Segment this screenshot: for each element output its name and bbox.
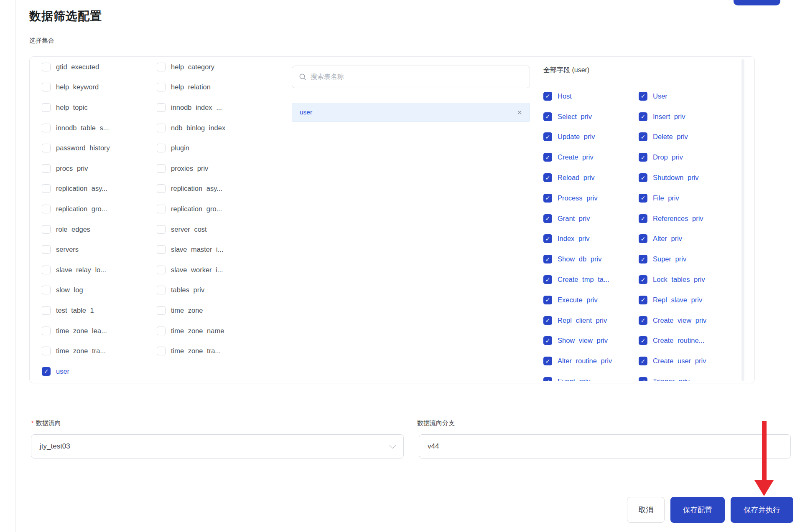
checkbox-row[interactable]: ✓Create routine...: [639, 331, 706, 351]
checkbox-checked[interactable]: ✓: [639, 296, 647, 304]
checkbox-checked[interactable]: ✓: [543, 132, 552, 141]
checkbox-row[interactable]: ✓Reload priv: [543, 167, 612, 188]
checkbox-row[interactable]: ✓Alter priv: [639, 229, 706, 249]
checkbox-row[interactable]: ✓Trigger priv: [639, 371, 706, 381]
checkbox-row[interactable]: ✓Process priv: [543, 188, 612, 208]
checkbox-row[interactable]: help topic: [42, 97, 110, 118]
checkbox-row[interactable]: ✓Insert priv: [639, 106, 706, 127]
checkbox-unchecked[interactable]: [42, 327, 51, 335]
checkbox-checked[interactable]: ✓: [543, 357, 552, 365]
checkbox-unchecked[interactable]: [42, 245, 51, 254]
checkbox-checked[interactable]: ✓: [639, 153, 647, 162]
checkbox-row[interactable]: ✓Execute priv: [543, 290, 612, 310]
checkbox-row[interactable]: ✓Create user priv: [639, 351, 706, 371]
checkbox-checked[interactable]: ✓: [639, 214, 647, 223]
checkbox-row[interactable]: slave master i...: [157, 239, 225, 260]
checkbox-unchecked[interactable]: [157, 63, 166, 71]
checkbox-row[interactable]: gtid executed: [42, 57, 110, 77]
checkbox-checked[interactable]: ✓: [639, 194, 647, 203]
cancel-button[interactable]: 取消: [627, 497, 665, 523]
checkbox-checked[interactable]: ✓: [543, 234, 552, 243]
checkbox-row[interactable]: tables priv: [157, 280, 225, 301]
checkbox-row[interactable]: ✓Create priv: [543, 147, 612, 167]
checkbox-row[interactable]: slave relay lo...: [42, 260, 110, 280]
checkbox-row[interactable]: replication gro...: [157, 199, 225, 219]
checkbox-row[interactable]: ✓Host: [543, 86, 612, 106]
checkbox-checked[interactable]: ✓: [543, 275, 552, 284]
checkbox-unchecked[interactable]: [157, 144, 166, 152]
checkbox-row[interactable]: proxies priv: [157, 158, 225, 179]
checkbox-row[interactable]: ✓References priv: [639, 208, 706, 229]
checkbox-checked[interactable]: ✓: [543, 255, 552, 263]
checkbox-unchecked[interactable]: [42, 164, 51, 173]
search-input[interactable]: [311, 73, 523, 81]
checkbox-row[interactable]: innodb index ...: [157, 97, 225, 118]
checkbox-row[interactable]: ✓Select priv: [543, 106, 612, 127]
checkbox-row[interactable]: ✓Show view priv: [543, 331, 612, 351]
checkbox-row[interactable]: time zone tra...: [42, 341, 110, 361]
checkbox-row[interactable]: role edges: [42, 219, 110, 240]
checkbox-unchecked[interactable]: [157, 184, 166, 193]
checkbox-row[interactable]: server cost: [157, 219, 225, 240]
checkbox-row[interactable]: ✓Index priv: [543, 229, 612, 249]
checkbox-unchecked[interactable]: [157, 83, 166, 91]
checkbox-checked[interactable]: ✓: [639, 92, 647, 101]
checkbox-row[interactable]: time zone: [157, 300, 225, 321]
checkbox-row[interactable]: slow log: [42, 280, 110, 301]
checkbox-row[interactable]: ndb binlog index: [157, 118, 225, 138]
top-right-partial-button[interactable]: [734, 0, 780, 5]
branch-input[interactable]: [428, 442, 782, 451]
checkbox-row[interactable]: ✓Show db priv: [543, 249, 612, 269]
checkbox-row[interactable]: ✓Delete priv: [639, 127, 706, 147]
checkbox-checked[interactable]: ✓: [639, 132, 647, 141]
checkbox-row[interactable]: ✓User: [639, 86, 706, 106]
checkbox-checked[interactable]: ✓: [639, 275, 647, 284]
checkbox-row[interactable]: help keyword: [42, 77, 110, 98]
data-flow-select[interactable]: jty_test03: [31, 434, 404, 459]
checkbox-unchecked[interactable]: [42, 63, 51, 71]
checkbox-row[interactable]: ✓Repl slave priv: [639, 290, 706, 310]
checkbox-unchecked[interactable]: [157, 103, 166, 112]
checkbox-row[interactable]: plugin: [157, 138, 225, 158]
selected-table-tag[interactable]: user ×: [292, 103, 530, 122]
checkbox-row[interactable]: help relation: [157, 77, 225, 98]
close-icon[interactable]: ×: [517, 108, 522, 117]
checkbox-row[interactable]: time zone name: [157, 321, 225, 341]
checkbox-row[interactable]: ✓Lock tables priv: [639, 269, 706, 290]
checkbox-checked[interactable]: ✓: [639, 112, 647, 121]
checkbox-row[interactable]: password history: [42, 138, 110, 158]
save-and-run-button[interactable]: 保存并执行: [731, 497, 793, 523]
checkbox-unchecked[interactable]: [42, 306, 51, 315]
checkbox-row[interactable]: ✓Super priv: [639, 249, 706, 269]
checkbox-unchecked[interactable]: [42, 205, 51, 213]
checkbox-checked[interactable]: ✓: [543, 296, 552, 304]
checkbox-unchecked[interactable]: [42, 286, 51, 294]
checkbox-row[interactable]: servers: [42, 239, 110, 260]
checkbox-row[interactable]: ✓Grant priv: [543, 208, 612, 229]
checkbox-unchecked[interactable]: [157, 266, 166, 274]
checkbox-row[interactable]: ✓Shutdown priv: [639, 167, 706, 188]
checkbox-unchecked[interactable]: [42, 225, 51, 234]
checkbox-row[interactable]: replication asy...: [157, 179, 225, 199]
checkbox-checked[interactable]: ✓: [639, 377, 647, 381]
checkbox-row[interactable]: time zone lea...: [42, 321, 110, 341]
checkbox-checked[interactable]: ✓: [543, 214, 552, 223]
checkbox-checked[interactable]: ✓: [543, 377, 552, 381]
checkbox-row[interactable]: ✓Create tmp ta...: [543, 269, 612, 290]
checkbox-row[interactable]: ✓Event priv: [543, 371, 612, 381]
checkbox-checked[interactable]: ✓: [543, 194, 552, 203]
checkbox-row[interactable]: ✓Drop priv: [639, 147, 706, 167]
fields-scrollbar[interactable]: [741, 59, 744, 381]
checkbox-checked[interactable]: ✓: [543, 92, 552, 101]
checkbox-checked[interactable]: ✓: [639, 336, 647, 345]
checkbox-row[interactable]: help category: [157, 57, 225, 77]
checkbox-unchecked[interactable]: [157, 225, 166, 234]
checkbox-row[interactable]: slave worker i...: [157, 260, 225, 280]
checkbox-unchecked[interactable]: [157, 124, 166, 132]
checkbox-checked[interactable]: ✓: [42, 367, 51, 376]
save-config-button[interactable]: 保存配置: [670, 497, 725, 523]
checkbox-row[interactable]: replication asy...: [42, 179, 110, 199]
checkbox-unchecked[interactable]: [42, 184, 51, 193]
checkbox-unchecked[interactable]: [157, 205, 166, 213]
checkbox-unchecked[interactable]: [157, 347, 166, 355]
